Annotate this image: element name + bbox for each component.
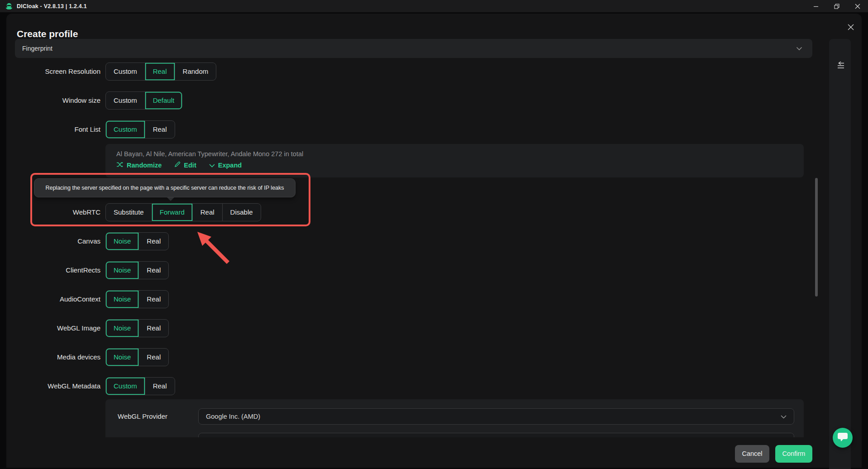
segmented-webgl-metadata: Custom Real — [105, 377, 175, 395]
webgl-renderer-select-partial[interactable] — [198, 433, 794, 437]
create-profile-dialog: Create profile Fingerprint Screen Resolu… — [6, 14, 862, 468]
option-noise[interactable]: Noise — [106, 233, 138, 250]
font-list-actions: Randomize Edit Exp — [116, 161, 804, 169]
segmented-webrtc: Substitute Forward Real Disable — [105, 203, 261, 221]
option-noise[interactable]: Noise — [106, 349, 138, 366]
option-noise[interactable]: Noise — [106, 320, 138, 337]
label-audiocontext: AudioContext — [6, 290, 100, 308]
expand-button[interactable]: Expand — [209, 162, 242, 169]
option-noise[interactable]: Noise — [106, 291, 138, 308]
label-screen-resolution: Screen Resolution — [6, 62, 100, 81]
right-tool-panel — [829, 39, 851, 469]
close-dialog-icon[interactable] — [845, 21, 857, 33]
label-webgl-image: WebGL Image — [6, 319, 100, 337]
segmented-screen-resolution: Custom Real Random — [105, 62, 216, 81]
webgl-provider-select[interactable]: Google Inc. (AMD) — [198, 408, 794, 425]
tooltip-notch — [167, 197, 174, 201]
collapse-outline-icon[interactable] — [834, 59, 846, 71]
segmented-font-list: Custom Real — [105, 120, 175, 139]
edit-button[interactable]: Edit — [174, 161, 196, 169]
label-canvas: Canvas — [6, 232, 100, 250]
chevron-down-icon — [209, 162, 215, 169]
close-window-button[interactable] — [847, 0, 868, 12]
option-substitute[interactable]: Substitute — [106, 204, 152, 221]
option-real[interactable]: Real — [138, 320, 168, 337]
segmented-canvas: Noise Real — [105, 232, 169, 250]
restore-button[interactable] — [826, 0, 847, 12]
confirm-button[interactable]: Confirm — [775, 445, 812, 463]
option-forward[interactable]: Forward — [152, 204, 192, 221]
pencil-icon — [174, 161, 181, 169]
window-controls — [806, 0, 868, 12]
option-real[interactable]: Real — [138, 233, 168, 250]
segmented-window-size: Custom Default — [105, 91, 182, 110]
option-noise[interactable]: Noise — [106, 262, 138, 279]
webrtc-tooltip: Replacing the server specified on the pa… — [34, 178, 296, 197]
section-header-fingerprint[interactable]: Fingerprint — [15, 39, 812, 58]
font-list-panel: Al Bayan, Al Nile, American Typewriter, … — [105, 144, 804, 177]
option-custom[interactable]: Custom — [106, 63, 145, 80]
label-window-size: Window size — [6, 91, 100, 110]
webgl-metadata-panel: WebGL Provider Google Inc. (AMD) — [105, 399, 804, 437]
app-logo-icon — [5, 2, 13, 10]
titlebar: DICloak - V2.8.13 | 1.2.4.1 — [0, 0, 868, 12]
segmented-media-devices: Noise Real — [105, 348, 169, 366]
randomize-label: Randomize — [127, 162, 162, 169]
option-disable[interactable]: Disable — [222, 204, 261, 221]
option-default[interactable]: Default — [145, 92, 182, 109]
cancel-button[interactable]: Cancel — [735, 445, 769, 463]
segmented-clientrects: Noise Real — [105, 261, 169, 279]
app-title: DICloak - V2.8.13 | 1.2.4.1 — [17, 3, 87, 10]
option-random[interactable]: Random — [175, 63, 216, 80]
annotation-arrow — [193, 228, 234, 271]
label-clientrects: ClientRects — [6, 261, 100, 279]
vertical-scrollbar[interactable] — [815, 178, 818, 297]
option-custom[interactable]: Custom — [106, 121, 145, 138]
chevron-down-icon — [796, 44, 802, 53]
option-real[interactable]: Real — [145, 63, 175, 80]
expand-label: Expand — [218, 162, 242, 169]
minimize-button[interactable] — [806, 0, 826, 12]
chat-support-button[interactable] — [833, 428, 853, 448]
option-real[interactable]: Real — [192, 204, 222, 221]
edit-label: Edit — [184, 162, 196, 169]
label-font-list: Font List — [6, 120, 100, 139]
label-webgl-metadata: WebGL Metadata — [6, 377, 100, 395]
option-real[interactable]: Real — [145, 378, 175, 395]
webgl-provider-value: Google Inc. (AMD) — [206, 413, 260, 420]
option-real[interactable]: Real — [145, 121, 175, 138]
label-media-devices: Media devices — [6, 348, 100, 366]
chevron-down-icon — [781, 412, 787, 421]
section-title: Fingerprint — [22, 45, 52, 52]
option-custom[interactable]: Custom — [106, 92, 145, 109]
label-webgl-provider: WebGL Provider — [118, 399, 167, 434]
option-real[interactable]: Real — [138, 262, 168, 279]
app-window: DICloak - V2.8.13 | 1.2.4.1 Create profi… — [0, 0, 868, 469]
label-webrtc: WebRTC — [6, 203, 100, 221]
segmented-audiocontext: Noise Real — [105, 290, 169, 308]
option-real[interactable]: Real — [138, 291, 168, 308]
segmented-webgl-image: Noise Real — [105, 319, 169, 337]
shuffle-icon — [116, 162, 124, 169]
option-custom[interactable]: Custom — [106, 378, 145, 395]
chat-bubble-icon — [837, 431, 849, 444]
randomize-button[interactable]: Randomize — [116, 162, 162, 169]
option-real[interactable]: Real — [138, 349, 168, 366]
dialog-title: Create profile — [17, 29, 78, 39]
font-list-summary: Al Bayan, Al Nile, American Typewriter, … — [116, 149, 804, 158]
